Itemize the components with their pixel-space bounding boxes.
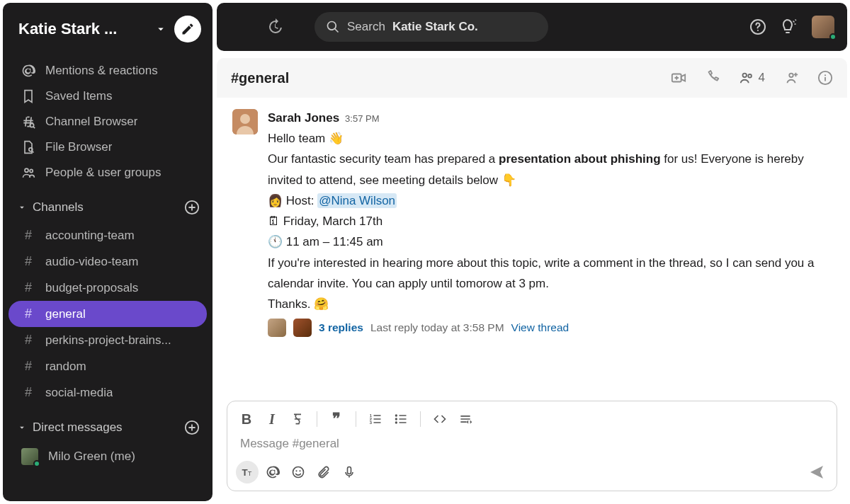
composer-input[interactable]: Message #general xyxy=(227,434,837,458)
hash-icon: # xyxy=(21,254,35,269)
workspace-switcher[interactable]: Katie Stark ... xyxy=(3,3,212,55)
mention-button[interactable] xyxy=(261,461,284,483)
message-composer: B I ❞ 123 Message #general TT xyxy=(227,401,837,491)
dm-milo-green[interactable]: Milo Green (me) xyxy=(3,442,212,471)
svg-point-20 xyxy=(395,421,397,423)
bullet-list-button[interactable] xyxy=(390,408,412,430)
pencil-icon xyxy=(181,22,195,36)
dm-section-title: Direct messages xyxy=(33,420,178,435)
nav-mentions[interactable]: Mentions & reactions xyxy=(3,58,212,84)
channel-label: general xyxy=(45,307,86,321)
help-icon[interactable] xyxy=(749,18,766,35)
ordered-list-button[interactable]: 123 xyxy=(365,408,386,430)
reply-count: 3 replies xyxy=(319,321,363,334)
history-icon[interactable] xyxy=(266,18,283,35)
svg-text:T: T xyxy=(242,467,248,478)
user-avatar[interactable] xyxy=(812,16,834,38)
svg-text:3: 3 xyxy=(370,420,373,425)
nav-label: Saved Items xyxy=(45,89,113,103)
nav-label: File Browser xyxy=(45,140,112,154)
nav-channel-browser[interactable]: Channel Browser xyxy=(3,109,212,134)
channel-perkins-project[interactable]: #perkins-project-brains... xyxy=(3,327,212,353)
add-channel-icon[interactable] xyxy=(184,200,200,215)
nav-people[interactable]: People & user groups xyxy=(3,160,212,185)
channel-social-media[interactable]: #social-media xyxy=(3,379,212,406)
composer-container: B I ❞ 123 Message #general TT xyxy=(217,394,847,501)
message-body: Sarah Jones 3:57 PM Hello team 👋 Our fan… xyxy=(268,108,832,314)
compose-button[interactable] xyxy=(174,16,201,42)
channels-section-header[interactable]: Channels xyxy=(3,188,212,219)
add-people-icon[interactable] xyxy=(783,70,799,86)
hash-icon: # xyxy=(21,228,35,243)
channel-general[interactable]: #general xyxy=(8,301,207,327)
strike-button[interactable] xyxy=(287,408,308,430)
mention-nina-wilson[interactable]: @Nina Wilson xyxy=(317,193,397,208)
reply-avatar xyxy=(268,319,286,337)
hash-icon: # xyxy=(21,359,35,374)
channel-random[interactable]: #random xyxy=(3,353,212,379)
channel-title[interactable]: #general xyxy=(231,70,657,86)
caret-down-icon xyxy=(17,423,27,433)
member-count-value: 4 xyxy=(759,71,765,85)
message: Sarah Jones 3:57 PM Hello team 👋 Our fan… xyxy=(217,108,847,314)
view-thread-link[interactable]: View thread xyxy=(511,321,570,334)
bold-button[interactable]: B xyxy=(236,408,257,430)
code-block-button[interactable] xyxy=(455,408,476,430)
channel-budget-proposals[interactable]: #budget-proposals xyxy=(3,275,212,301)
reply-avatar xyxy=(293,319,312,337)
svg-point-19 xyxy=(395,418,397,420)
emoji-button[interactable] xyxy=(287,461,310,483)
send-button[interactable] xyxy=(805,461,828,483)
svg-point-2 xyxy=(25,168,28,172)
workspace-name: Katie Stark ... xyxy=(18,20,147,38)
dm-section-header[interactable]: Direct messages xyxy=(3,408,212,440)
message-avatar[interactable] xyxy=(232,109,258,134)
svg-point-14 xyxy=(240,114,250,124)
add-dm-icon[interactable] xyxy=(184,420,200,435)
nav-section: Mentions & reactions Saved Items Channel… xyxy=(3,55,212,188)
composer-bottom-toolbar: TT xyxy=(227,458,837,491)
channel-audio-video-team[interactable]: #audio-video-team xyxy=(3,248,212,275)
message-author[interactable]: Sarah Jones xyxy=(268,108,339,128)
topbar-actions xyxy=(749,16,834,38)
audio-record-button[interactable] xyxy=(338,461,361,483)
presence-indicator xyxy=(829,33,837,40)
member-count[interactable]: 4 xyxy=(739,70,765,86)
code-button[interactable] xyxy=(429,408,450,430)
channels-list: #accounting-team #audio-video-team #budg… xyxy=(3,219,212,408)
svg-point-24 xyxy=(295,470,297,471)
svg-point-12 xyxy=(824,74,826,76)
message-text: Hello team 👋 Our fantastic security team… xyxy=(268,128,832,314)
video-call-icon[interactable] xyxy=(671,70,686,86)
channel-label: audio-video-team xyxy=(45,255,138,269)
nav-label: Channel Browser xyxy=(45,115,137,129)
channels-section-title: Channels xyxy=(33,200,178,214)
whats-new-icon[interactable] xyxy=(781,18,798,35)
quote-button[interactable]: ❞ xyxy=(326,408,347,430)
message-list: Sarah Jones 3:57 PM Hello team 👋 Our fan… xyxy=(217,98,847,394)
formatting-toolbar: B I ❞ 123 xyxy=(227,401,837,434)
members-icon xyxy=(739,70,754,86)
chevron-down-icon xyxy=(154,23,167,35)
file-icon xyxy=(21,140,35,154)
nav-label: People & user groups xyxy=(45,166,162,180)
hash-icon: # xyxy=(21,307,35,321)
text-format-toggle[interactable]: TT xyxy=(236,461,259,483)
italic-button[interactable]: I xyxy=(261,408,283,430)
hash-icon: # xyxy=(21,333,35,348)
phone-call-icon[interactable] xyxy=(705,70,720,86)
nav-saved[interactable]: Saved Items xyxy=(3,84,212,109)
nav-file-browser[interactable]: File Browser xyxy=(3,134,212,160)
channel-header: #general 4 xyxy=(217,58,847,98)
svg-point-25 xyxy=(299,470,300,471)
attach-button[interactable] xyxy=(312,461,335,483)
channel-accounting-team[interactable]: #accounting-team xyxy=(3,222,212,248)
sidebar: Katie Stark ... Mentions & reactions Sav… xyxy=(3,3,212,501)
presence-indicator xyxy=(33,460,40,467)
search-prefix: Search xyxy=(347,20,385,34)
thread-summary[interactable]: 3 replies Last reply today at 3:58 PM Vi… xyxy=(217,314,847,337)
svg-point-0 xyxy=(30,123,33,127)
info-icon[interactable] xyxy=(817,70,833,86)
search-input[interactable]: Search Katie Stark Co. xyxy=(314,12,548,42)
dm-label: Milo Green (me) xyxy=(48,449,135,464)
